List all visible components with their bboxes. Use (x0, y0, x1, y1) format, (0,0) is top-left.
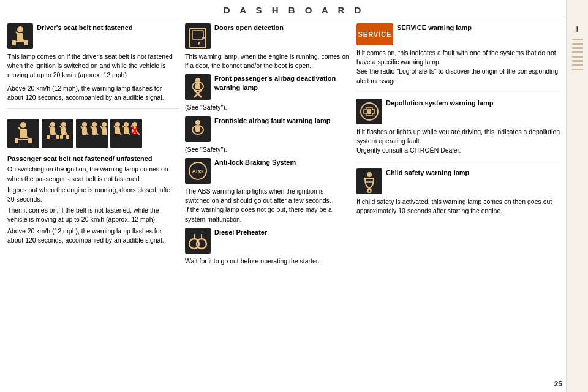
passenger-seatbelt-body-3: Then it comes on, if the belt is not fas… (7, 206, 179, 224)
sidebar-stripe (572, 69, 583, 70)
diesel-preheater-icon (185, 228, 211, 254)
airbag-fault-section: ! Front/side airbag fault warning lamp (… (185, 116, 350, 154)
airbag-fault-icon: ! (185, 116, 211, 142)
svg-rect-19 (56, 135, 59, 139)
svg-point-57 (197, 239, 206, 249)
svg-point-12 (50, 122, 55, 127)
abs-body: The ABS warning lamp lights when the ign… (185, 187, 350, 224)
depollution-title: Depollution system warning lamp (386, 99, 493, 107)
sidebar-stripe (572, 43, 583, 45)
passenger-seatbelt-section: Passenger seat belt not fastened/ unfast… (7, 154, 179, 245)
airbag-deactivation-icon (185, 74, 211, 100)
passenger-icon-2 (42, 119, 74, 148)
col1-divider (7, 108, 179, 109)
airbag-fault-body: (See "Safety"). (185, 145, 350, 154)
doors-open-title: Doors open detection (214, 23, 284, 32)
svg-rect-65 (368, 189, 371, 192)
svg-point-35 (132, 122, 137, 127)
child-safety-icon (356, 168, 382, 194)
service-warning-section: SERVICE SERVICE warning lamp If it comes… (356, 23, 561, 86)
airbag-deactivation-title: Front passenger's airbag deactivation wa… (214, 74, 350, 92)
airbag-fault-title: Front/side airbag fault warning lamp (214, 116, 330, 125)
column-2: Doors open detection This warning lamp, … (185, 23, 350, 383)
svg-point-26 (102, 122, 107, 127)
service-warning-title: SERVICE warning lamp (397, 23, 472, 32)
svg-rect-46 (195, 83, 200, 89)
sidebar-letter: I (576, 24, 579, 34)
service-label: SERVICE (358, 31, 391, 38)
svg-point-33 (124, 122, 129, 127)
passenger-seatbelt-icons (7, 119, 179, 148)
header-title: D A S H B O A R D (224, 5, 365, 15)
driver-seatbelt-body-1: This lamp comes on if the driver's seat … (7, 52, 179, 80)
diesel-preheater-section: Diesel Preheater Wait for it to go out b… (185, 228, 350, 266)
depollution-icon (356, 99, 382, 124)
main-content: Driver's seat belt not fastened This lam… (0, 18, 588, 388)
abs-icon: ABS (185, 158, 211, 184)
service-warning-body: If it comes on, this indicates a fault w… (356, 48, 561, 86)
passenger-icon-1 (7, 119, 39, 148)
driver-seatbelt-icon (7, 23, 33, 49)
passenger-seatbelt-body-1: On switching on the ignition, the warnin… (7, 165, 179, 183)
doors-open-body: This warning lamp, when the engine is ru… (185, 52, 350, 70)
svg-rect-18 (47, 135, 50, 139)
col3-divider2 (356, 162, 561, 162)
child-safety-title: Child safety warning lamp (386, 168, 469, 177)
svg-point-44 (202, 37, 205, 39)
svg-text:!: ! (197, 127, 198, 134)
svg-point-31 (115, 122, 120, 127)
svg-point-50 (195, 120, 200, 125)
svg-rect-43 (192, 31, 203, 39)
passenger-seatbelt-body-4: Above 20 km/h (12 mph), the warning lamp… (7, 227, 179, 245)
svg-rect-21 (66, 135, 69, 139)
driver-seatbelt-title: Driver's seat belt not fastened (37, 23, 133, 32)
depollution-body: If it flashes or lights up while you are… (356, 127, 561, 156)
svg-point-22 (82, 122, 87, 127)
column-3: SERVICE SERVICE warning lamp If it comes… (356, 23, 561, 383)
sidebar-stripe (572, 51, 583, 53)
right-sidebar: I (566, 0, 588, 392)
child-safety-body: If child safety is activated, this warni… (356, 197, 561, 216)
column-1: Driver's seat belt not fastened This lam… (7, 23, 179, 383)
diesel-preheater-title: Diesel Preheater (214, 228, 267, 236)
svg-rect-10 (15, 138, 18, 143)
svg-point-62 (367, 172, 372, 177)
svg-rect-11 (28, 138, 32, 143)
page-header: D A S H B O A R D (0, 0, 588, 18)
col3-divider1 (356, 92, 561, 92)
driver-seatbelt-section: Driver's seat belt not fastened This lam… (7, 23, 179, 102)
passenger-icon-4 (110, 119, 142, 148)
sidebar-stripe (572, 60, 583, 62)
sidebar-stripe (572, 39, 583, 40)
doors-open-section: Doors open detection This warning lamp, … (185, 23, 350, 70)
svg-point-24 (92, 122, 97, 127)
abs-section: ABS Anti-lock Braking System The ABS war… (185, 158, 350, 224)
passenger-icon-3 (76, 119, 108, 148)
child-safety-section: Child safety warning lamp If child safet… (356, 168, 561, 216)
svg-point-6 (20, 122, 26, 128)
svg-rect-61 (368, 109, 371, 114)
svg-text:ABS: ABS (192, 168, 203, 175)
passenger-seatbelt-title: Passenger seat belt not fastened/ unfast… (7, 154, 179, 163)
svg-rect-4 (12, 40, 16, 45)
passenger-seatbelt-body-2: It goes out when the engine is running, … (7, 186, 179, 204)
svg-rect-5 (24, 40, 28, 45)
doors-open-icon (185, 23, 211, 49)
service-warning-icon: SERVICE (356, 23, 393, 45)
airbag-deactivation-body: (See "Safety"). (185, 103, 350, 112)
sidebar-stripe (572, 47, 583, 49)
depollution-section: Depollution system warning lamp If it fl… (356, 99, 561, 156)
abs-title: Anti-lock Braking System (214, 158, 296, 167)
diesel-preheater-body: Wait for it to go out before operating t… (185, 257, 350, 266)
sidebar-stripe (572, 64, 583, 66)
sidebar-stripe (572, 56, 583, 58)
svg-point-14 (61, 122, 66, 127)
svg-point-0 (17, 26, 23, 32)
airbag-deactivation-section: Front passenger's airbag deactivation wa… (185, 74, 350, 112)
svg-rect-20 (60, 135, 63, 139)
page-number: 25 (554, 380, 562, 388)
driver-seatbelt-body-2: Above 20 km/h (12 mph), the warning lamp… (7, 84, 179, 102)
